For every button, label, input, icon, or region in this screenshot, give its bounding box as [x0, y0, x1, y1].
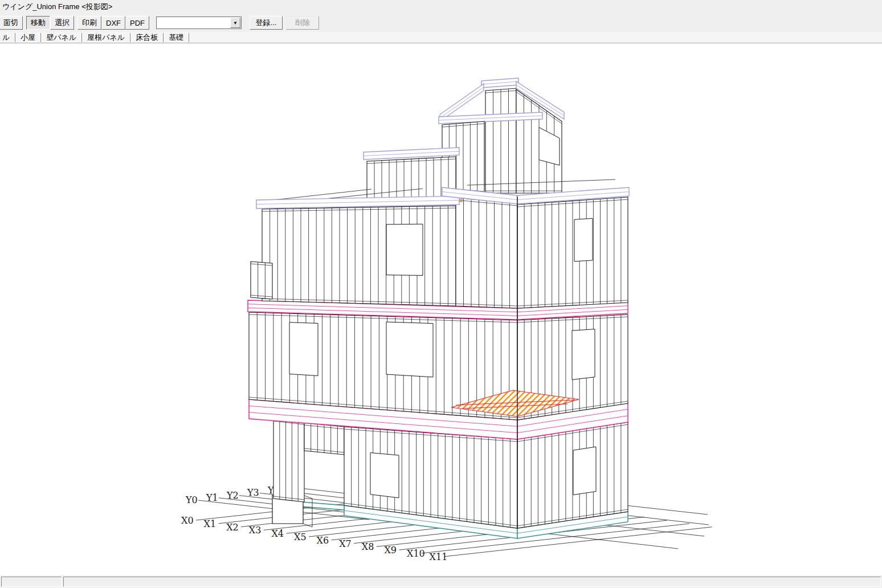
status-bar — [0, 575, 882, 588]
view-select-dropdown[interactable]: ▼ — [156, 17, 242, 29]
svg-text:X0: X0 — [181, 515, 194, 526]
select-button[interactable]: 選択 — [50, 16, 74, 30]
chevron-down-icon[interactable]: ▼ — [230, 18, 240, 28]
print-button[interactable]: 印刷 — [77, 16, 101, 30]
tab-yane-panel[interactable]: 屋根パネル — [82, 33, 130, 42]
svg-text:X7: X7 — [339, 538, 352, 549]
svg-text:X4: X4 — [271, 528, 284, 539]
projection-view-svg: X0X1X2X3X4X5X6X7X8X9X10X11Y0Y1Y2Y3Y4Y5 — [0, 43, 882, 576]
svg-text:X8: X8 — [362, 541, 374, 552]
svg-text:Y2: Y2 — [226, 490, 239, 501]
delete-button[interactable]: 削除 — [286, 16, 319, 30]
tab-kabe-panel[interactable]: 壁パネル — [41, 33, 82, 42]
svg-text:X2: X2 — [226, 522, 239, 533]
svg-text:X9: X9 — [384, 545, 397, 556]
toolbar: 面切 移動 選択 印刷 DXF PDF ▼ 登録... 削除 — [0, 14, 882, 32]
svg-text:X5: X5 — [294, 532, 307, 542]
tab-strip: ル 小屋 壁パネル 屋根パネル 床合板 基礎 — [0, 32, 882, 43]
dxf-export-button[interactable]: DXF — [101, 16, 125, 30]
tab-yuka-gouhan[interactable]: 床合板 — [130, 33, 164, 42]
svg-text:Y0: Y0 — [185, 495, 198, 505]
window-title: ウイング_Union Frame <投影図> — [2, 2, 112, 12]
section-cut-button[interactable]: 面切 — [0, 16, 23, 30]
svg-text:X3: X3 — [249, 525, 262, 536]
tab-panel[interactable]: ル — [0, 33, 15, 42]
tab-koya[interactable]: 小屋 — [15, 33, 41, 42]
status-cell-main — [63, 577, 881, 587]
building-wireframe: X0X1X2X3X4X5X6X7X8X9X10X11Y0Y1Y2Y3Y4Y5 — [181, 78, 712, 562]
svg-text:X1: X1 — [204, 518, 217, 529]
svg-text:Y3: Y3 — [247, 487, 259, 498]
register-button[interactable]: 登録... — [250, 16, 283, 30]
pdf-export-button[interactable]: PDF — [125, 16, 149, 30]
status-cell-left — [1, 577, 62, 587]
move-button[interactable]: 移動 — [26, 16, 50, 30]
svg-text:X10: X10 — [407, 548, 425, 559]
drawing-canvas[interactable]: X0X1X2X3X4X5X6X7X8X9X10X11Y0Y1Y2Y3Y4Y5 — [0, 43, 882, 575]
title-bar: ウイング_Union Frame <投影図> — [0, 0, 882, 14]
svg-text:Y1: Y1 — [206, 492, 218, 503]
tab-kiso[interactable]: 基礎 — [164, 33, 189, 42]
svg-text:X11: X11 — [430, 552, 448, 562]
svg-text:X6: X6 — [317, 535, 329, 546]
